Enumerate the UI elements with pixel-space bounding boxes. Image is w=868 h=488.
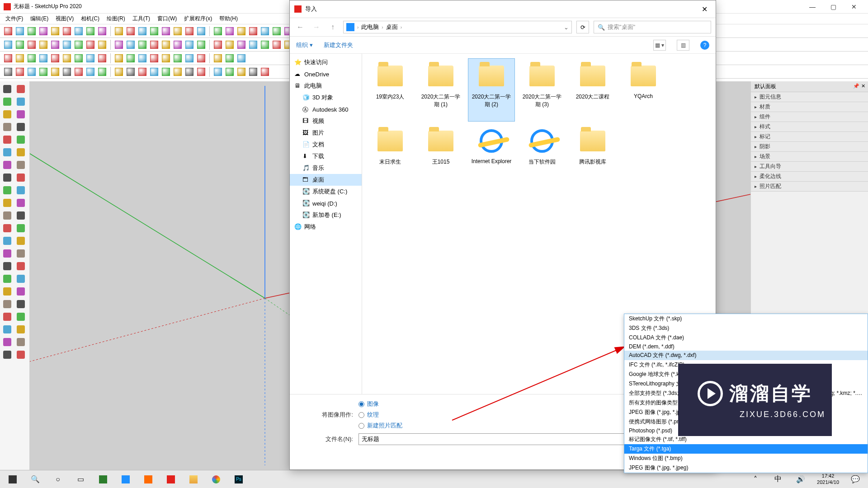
toolbar-icon[interactable] <box>172 53 183 64</box>
toolbar-icon[interactable] <box>3 53 14 64</box>
file-item[interactable]: Internet Explorer <box>468 123 515 187</box>
left-tool-icon[interactable] <box>14 96 27 108</box>
tray-header[interactable]: 默认面板 📌✕ <box>751 81 868 92</box>
left-tool-icon[interactable] <box>14 222 27 234</box>
toolbar-icon[interactable] <box>172 39 183 50</box>
toolbar-icon[interactable] <box>137 66 148 77</box>
toolbar-icon[interactable] <box>50 39 61 50</box>
filetype-option[interactable]: JPEG 图像 (*.jpg, *.jpeg) <box>624 463 868 473</box>
left-tool-icon[interactable] <box>14 273 27 285</box>
toolbar-icon[interactable] <box>184 66 195 77</box>
app-icon-2[interactable] <box>115 470 137 488</box>
crumb-pc[interactable]: 此电脑 <box>361 23 379 31</box>
tree-node[interactable]: ☁OneDrive <box>290 68 362 80</box>
taskview-icon[interactable]: ▭ <box>70 470 91 488</box>
file-item[interactable]: 末日求生 <box>367 123 414 187</box>
toolbar-icon[interactable] <box>38 26 49 37</box>
menu-window[interactable]: 窗口(W) <box>154 15 180 23</box>
radio-texture[interactable] <box>359 412 364 418</box>
toolbar-icon[interactable] <box>97 53 108 64</box>
toolbar-icon[interactable] <box>38 39 49 50</box>
filetype-option[interactable]: 标记图像文件 (*.tif, *.tiff) <box>624 435 868 444</box>
toolbar-icon[interactable] <box>236 39 247 50</box>
toolbar-icon[interactable] <box>160 26 171 37</box>
toolbar-icon[interactable] <box>160 39 171 50</box>
left-tool-icon[interactable] <box>14 298 27 310</box>
tree-node[interactable]: 🖼图片 <box>290 127 362 139</box>
close-button[interactable]: ✕ <box>844 0 864 14</box>
minimize-button[interactable]: — <box>802 0 823 14</box>
tree-node[interactable]: ⬇下载 <box>290 150 362 162</box>
toolbar-icon[interactable] <box>248 39 259 50</box>
left-tool-icon[interactable] <box>1 324 14 335</box>
toolbar-icon[interactable] <box>259 39 270 50</box>
tree-node[interactable]: 🎞视频 <box>290 115 362 127</box>
tray-section[interactable]: 标记 <box>751 132 868 142</box>
toolbar-icon[interactable] <box>73 53 84 64</box>
file-item[interactable]: 2020大二第一学期 (1) <box>417 58 464 122</box>
toolbar-icon[interactable] <box>85 26 96 37</box>
dialog-close-button[interactable]: ✕ <box>698 5 711 14</box>
toolbar-icon[interactable] <box>271 39 282 50</box>
left-tool-icon[interactable] <box>14 121 27 133</box>
toolbar-icon[interactable] <box>125 66 136 77</box>
toolbar-icon[interactable] <box>196 66 207 77</box>
toolbar-icon[interactable] <box>14 39 25 50</box>
breadcrumb[interactable]: › 此电脑 › 桌面 › ⌄ <box>343 21 572 33</box>
menu-edit[interactable]: 编辑(E) <box>27 15 52 23</box>
left-tool-icon[interactable] <box>14 210 27 221</box>
tray-section[interactable]: 材质 <box>751 102 868 112</box>
app-icon-1[interactable] <box>92 470 114 488</box>
toolbar-icon[interactable] <box>149 66 160 77</box>
app-icon-5[interactable] <box>183 470 204 488</box>
left-tool-icon[interactable] <box>14 108 27 120</box>
left-tool-icon[interactable] <box>1 159 14 171</box>
toolbar-icon[interactable] <box>236 26 247 37</box>
tray-section[interactable]: 组件 <box>751 112 868 122</box>
refresh-button[interactable]: ⟳ <box>576 21 589 33</box>
toolbar-icon[interactable] <box>3 26 14 37</box>
left-tool-icon[interactable] <box>1 311 14 323</box>
toolbar-icon[interactable] <box>196 39 207 50</box>
start-button[interactable] <box>2 470 24 488</box>
left-tool-icon[interactable] <box>14 286 27 297</box>
toolbar-icon[interactable] <box>73 26 84 37</box>
left-tool-icon[interactable] <box>1 298 14 310</box>
toolbar-icon[interactable] <box>125 53 136 64</box>
toolbar-icon[interactable] <box>259 66 270 77</box>
menu-help[interactable]: 帮助(H) <box>216 15 241 23</box>
radio-image[interactable] <box>359 401 364 407</box>
tree-node[interactable]: 🧊3D 对象 <box>290 92 362 103</box>
search-input[interactable]: 🔍 搜索"桌面" <box>594 21 711 33</box>
left-tool-icon[interactable] <box>14 311 27 323</box>
tree-node[interactable]: 📄文档 <box>290 139 362 150</box>
preview-pane-button[interactable]: ▥ <box>677 40 689 51</box>
file-item[interactable]: 2020大二第一学期 (3) <box>519 58 566 122</box>
tree-node[interactable]: 🌐网络 <box>290 221 362 233</box>
left-tool-icon[interactable] <box>1 210 14 221</box>
toolbar-icon[interactable] <box>236 66 247 77</box>
left-tool-icon[interactable] <box>1 184 14 196</box>
toolbar-icon[interactable] <box>184 53 195 64</box>
toolbar-icon[interactable] <box>113 53 124 64</box>
maximize-button[interactable]: ▢ <box>823 0 844 14</box>
left-tool-icon[interactable] <box>14 134 27 145</box>
left-tool-icon[interactable] <box>14 260 27 272</box>
file-item[interactable]: 2020大二第一学期 (2) <box>468 58 515 122</box>
toolbar-icon[interactable] <box>61 26 72 37</box>
toolbar-icon[interactable] <box>50 66 61 77</box>
toolbar-icon[interactable] <box>259 26 270 37</box>
toolbar-icon[interactable] <box>85 66 96 77</box>
nav-up-button[interactable]: ↑ <box>327 21 339 33</box>
toolbar-icon[interactable] <box>26 53 37 64</box>
app-icon-7[interactable]: Ps <box>228 470 250 488</box>
toolbar-icon[interactable] <box>73 39 84 50</box>
toolbar-icon[interactable] <box>50 53 61 64</box>
left-tool-icon[interactable] <box>14 159 27 171</box>
left-tool-icon[interactable] <box>1 108 14 120</box>
left-tool-icon[interactable] <box>1 286 14 297</box>
left-tool-icon[interactable] <box>1 96 14 108</box>
left-tool-icon[interactable] <box>14 324 27 335</box>
toolbar-icon[interactable] <box>212 26 223 37</box>
toolbar-icon[interactable] <box>149 53 160 64</box>
